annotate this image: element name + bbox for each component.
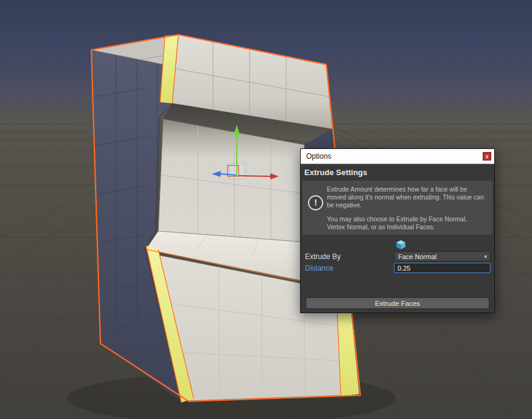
- extrude-settings-header: Extrude Settings: [303, 165, 492, 181]
- dialog-body: Extrude Settings ! Extrude Amount determ…: [301, 164, 494, 313]
- scene-view[interactable]: Options x Extrude Settings ! Extrude Amo…: [0, 0, 532, 419]
- extrude-mode-icon-row: [396, 240, 492, 250]
- extrude-by-dropdown[interactable]: Face Normal ▾: [394, 251, 491, 261]
- options-dialog: Options x Extrude Settings ! Extrude Amo…: [300, 148, 495, 313]
- info-text-line1: Extrude Amount determines how far a face…: [327, 185, 486, 210]
- info-text-line2: You may also choose to Extrude by Face N…: [327, 215, 486, 231]
- extrude-by-row: Extrude By Face Normal ▾: [303, 251, 492, 261]
- extrude-faces-button[interactable]: Extrude Faces: [306, 297, 489, 309]
- extrude-cube-icon: [396, 240, 406, 250]
- info-box: ! Extrude Amount determines how far a fa…: [303, 181, 492, 235]
- distance-row: Distance: [303, 263, 492, 273]
- dialog-titlebar[interactable]: Options x: [301, 149, 494, 164]
- close-icon[interactable]: x: [483, 152, 491, 161]
- extrude-by-value: Face Normal: [398, 253, 436, 260]
- extrude-by-label: Extrude By: [303, 252, 394, 261]
- dialog-title: Options: [306, 152, 331, 161]
- chevron-down-icon: ▾: [484, 254, 487, 260]
- distance-label: Distance: [303, 264, 394, 272]
- distance-input[interactable]: [394, 263, 491, 273]
- exclamation-icon: !: [308, 195, 323, 210]
